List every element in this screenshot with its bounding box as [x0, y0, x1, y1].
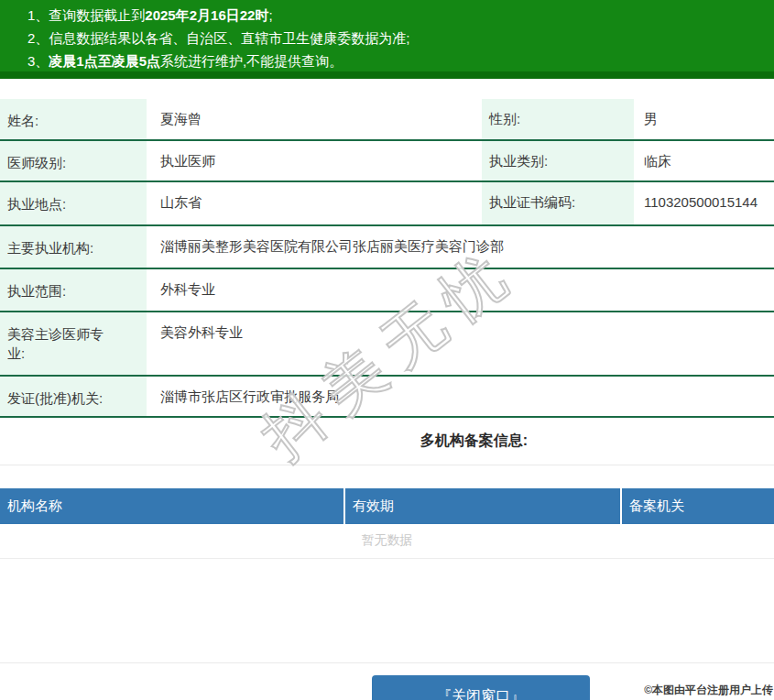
field-label-practice-place: 执业地点: — [0, 182, 147, 224]
table-row: 执业地点: 山东省 执业证书编码: 110320500015144 — [0, 182, 774, 226]
license-query-result-page: 1、查询数据截止到2025年2月16日22时; 2、信息数据结果以各省、自治区、… — [0, 0, 774, 700]
table-row: 主要执业机构: 淄博丽美整形美容医院有限公司张店丽美医疗美容门诊部 — [0, 226, 774, 269]
field-value-gender: 男 — [634, 99, 774, 139]
field-label-gender: 性别: — [482, 99, 634, 139]
table-row: 医师级别: 执业医师 执业类别: 临床 — [0, 141, 774, 182]
notice-line-3: 3、凌晨1点至凌晨5点系统进行维护,不能提供查询。 — [27, 49, 774, 72]
field-label-issuing-authority: 发证(批准)机关: — [0, 377, 147, 416]
table-row: 执业范围: 外科专业 — [0, 269, 774, 312]
field-value-issuing-authority: 淄博市张店区行政审批服务局 — [147, 377, 774, 416]
column-header-institution-name: 机构名称 — [0, 488, 343, 524]
table-row: 姓名: 夏海曾 性别: 男 — [0, 99, 774, 141]
field-value-doctor-level: 执业医师 — [147, 141, 482, 180]
notice-number: 2、 — [27, 30, 49, 46]
close-window-button[interactable]: 『关闭窗口』 — [372, 675, 590, 700]
field-label-doctor-level: 医师级别: — [0, 141, 147, 180]
notice-line-2: 2、信息数据结果以各省、自治区、直辖市卫生健康委数据为准; — [27, 27, 774, 49]
column-header-record-authority: 备案机关 — [620, 488, 774, 524]
column-header-validity-period: 有效期 — [343, 488, 620, 524]
notice-line-1: 1、查询数据截止到2025年2月16日22时; — [27, 4, 774, 27]
field-value-certificate-no: 110320500015144 — [634, 182, 774, 224]
multi-org-section-title: 多机构备案信息: — [0, 418, 774, 465]
field-label-cosmetic-specialty: 美容主诊医师专业: — [0, 312, 147, 375]
records-empty-state: 暂无数据 — [0, 524, 774, 559]
footer-divider — [0, 662, 774, 663]
field-label-main-institution: 主要执业机构: — [0, 226, 147, 268]
field-label-name: 姓名: — [0, 99, 147, 139]
field-value-main-institution: 淄博丽美整形美容医院有限公司张店丽美医疗美容门诊部 — [147, 226, 774, 268]
field-value-name: 夏海曾 — [147, 99, 482, 139]
field-label-practice-scope: 执业范围: — [0, 269, 147, 311]
notice-number: 3、 — [27, 53, 49, 69]
practitioner-info-table: 姓名: 夏海曾 性别: 男 医师级别: 执业医师 执业类别: 临床 执业地点: … — [0, 99, 774, 418]
table-row: 发证(批准)机关: 淄博市张店区行政审批服务局 — [0, 377, 774, 418]
field-label-certificate-no: 执业证书编码: — [482, 182, 634, 224]
field-label-practice-type: 执业类别: — [482, 141, 634, 180]
notice-banner: 1、查询数据截止到2025年2月16日22时; 2、信息数据结果以各省、自治区、… — [0, 0, 774, 79]
field-value-practice-place: 山东省 — [147, 182, 482, 224]
records-table-header: 机构名称 有效期 备案机关 — [0, 488, 774, 524]
notice-number: 1、 — [27, 7, 49, 23]
field-value-cosmetic-specialty: 美容外科专业 — [147, 312, 774, 375]
field-value-practice-type: 临床 — [634, 141, 774, 180]
upload-credit-watermark: ©本图由平台注册用户上传 — [644, 683, 773, 698]
field-value-practice-scope: 外科专业 — [147, 269, 774, 311]
table-row: 美容主诊医师专业: 美容外科专业 — [0, 312, 774, 377]
